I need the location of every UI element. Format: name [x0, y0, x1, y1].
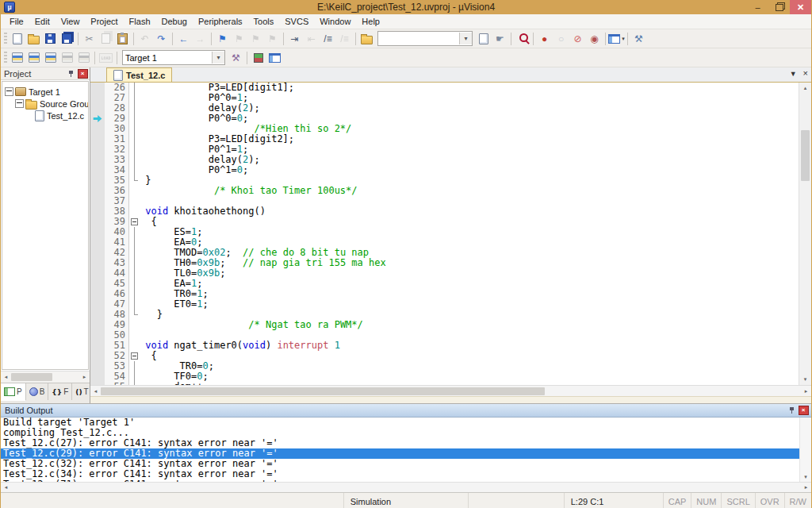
breakpoint-margin[interactable] — [90, 371, 105, 382]
fold-margin[interactable] — [129, 217, 140, 227]
code-editor[interactable]: 26 P3=LED[digit1];27 P0^0=1;28 delay(2);… — [90, 83, 799, 385]
kill-all-breakpoints-button[interactable]: ⊘ — [569, 31, 586, 47]
breakpoint-margin[interactable] — [90, 382, 105, 385]
editor-hscrollbar[interactable]: ◂ ▸ — [90, 385, 811, 396]
scroll-thumb[interactable] — [101, 387, 545, 395]
scroll-thumb[interactable] — [11, 373, 52, 381]
download-button[interactable]: LOAD — [98, 50, 114, 66]
breakpoint-margin[interactable] — [90, 114, 105, 124]
enable-breakpoint-button[interactable]: ○ — [553, 31, 569, 47]
window-layout-button[interactable]: ▾ — [608, 31, 625, 47]
expander-icon[interactable] — [15, 99, 24, 108]
breakpoint-margin[interactable] — [90, 206, 105, 217]
open-file-button[interactable] — [25, 31, 42, 47]
breakpoint-margin[interactable] — [90, 196, 105, 206]
breakpoint-margin[interactable] — [90, 310, 105, 320]
editor-vscrollbar[interactable]: ▴ ▾ — [799, 83, 811, 385]
breakpoint-margin[interactable] — [90, 299, 105, 310]
breakpoint-margin[interactable] — [90, 134, 105, 144]
breakpoint-margin[interactable] — [90, 351, 105, 361]
tab-functions[interactable]: {}F — [48, 383, 72, 400]
find-button[interactable] — [514, 31, 530, 47]
indent-left-button[interactable]: ⇤ — [303, 31, 320, 47]
build-button[interactable] — [25, 50, 42, 66]
tree-item-source-grou[interactable]: Source Grou — [2, 98, 88, 110]
rebuild-all-button[interactable] — [42, 50, 59, 66]
menu-window[interactable]: Window — [314, 14, 356, 29]
breakpoint-margin[interactable] — [90, 144, 105, 155]
stop-build-button[interactable] — [75, 50, 92, 66]
chevron-down-icon[interactable]: ▾ — [622, 36, 625, 42]
scroll-down-icon[interactable]: ▾ — [801, 472, 811, 482]
configure-editor-button[interactable] — [358, 31, 375, 47]
chevron-down-icon[interactable]: ▾ — [212, 52, 224, 64]
menu-file[interactable]: File — [4, 14, 29, 29]
breakpoint-margin[interactable] — [90, 248, 105, 258]
breakpoint-margin[interactable] — [90, 237, 105, 248]
pin-button[interactable] — [787, 406, 798, 416]
multi-project-button[interactable] — [266, 50, 283, 66]
next-bookmark-button[interactable]: ⚑ — [231, 31, 247, 47]
chevron-down-icon[interactable]: ▾ — [459, 33, 472, 44]
tab-templates[interactable]: ()T — [72, 383, 92, 400]
previous-bookmark-button[interactable]: ⚑ — [247, 31, 264, 47]
tree-item-test-12-c[interactable]: Test_12.c — [2, 110, 88, 121]
menu-project[interactable]: Project — [85, 14, 123, 29]
menu-svcs[interactable]: SVCS — [279, 14, 314, 29]
cut-button[interactable]: ✂ — [81, 31, 98, 47]
breakpoint-margin[interactable] — [90, 217, 105, 227]
comment-selection-button[interactable]: /≡ — [320, 31, 336, 47]
tab-books[interactable]: B — [26, 383, 49, 400]
insert-breakpoint-button[interactable]: ● — [536, 31, 553, 47]
project-hscrollbar[interactable]: ◂ ▸ — [1, 371, 90, 383]
translate-file-button[interactable] — [9, 50, 25, 66]
paste-button[interactable] — [114, 31, 131, 47]
target-select[interactable]: ▾ — [122, 50, 225, 65]
breakpoint-margin[interactable] — [90, 227, 105, 237]
undo-button[interactable]: ↶ — [136, 31, 153, 47]
menu-flash[interactable]: Flash — [124, 14, 156, 29]
pin-button[interactable] — [66, 68, 77, 79]
project-close-button[interactable] — [77, 68, 88, 79]
target-select-input[interactable] — [123, 52, 212, 63]
breakpoint-margin[interactable] — [90, 165, 105, 175]
copy-button[interactable] — [98, 31, 114, 47]
manage-rte-button[interactable] — [250, 50, 266, 66]
breakpoint-margin[interactable] — [90, 361, 105, 371]
scroll-left-icon[interactable]: ◂ — [90, 387, 101, 396]
tab-test-12-c[interactable]: Test_12.c — [106, 67, 172, 82]
save-all-button[interactable] — [59, 31, 75, 47]
menu-view[interactable]: View — [56, 14, 86, 29]
scroll-right-icon[interactable]: ▸ — [801, 387, 811, 396]
batch-build-button[interactable] — [59, 50, 75, 66]
panel-splitter[interactable] — [90, 396, 811, 403]
insert-bookmark-button[interactable]: ⚑ — [214, 31, 231, 47]
tab-list-dropdown-icon[interactable]: ▼ — [790, 70, 797, 78]
restore-button[interactable] — [768, 0, 790, 14]
navigate-forward-button[interactable]: → — [192, 31, 209, 47]
build-output-close-button[interactable] — [798, 406, 809, 416]
build-vscrollbar[interactable]: ▾ — [799, 418, 811, 482]
menu-peripherals[interactable]: Peripherals — [193, 14, 248, 29]
disable-all-breakpoints-button[interactable]: ◉ — [586, 31, 603, 47]
menu-debug[interactable]: Debug — [156, 14, 193, 29]
save-button[interactable] — [42, 31, 59, 47]
menu-edit[interactable]: Edit — [29, 14, 56, 29]
find-next-button[interactable] — [475, 31, 492, 47]
scroll-down-icon[interactable]: ▾ — [799, 374, 811, 385]
incremental-find-button[interactable]: ☛ — [492, 31, 508, 47]
tree-item-target-1[interactable]: Target 1 — [2, 86, 88, 98]
search-combo-input[interactable] — [378, 33, 459, 44]
breakpoint-margin[interactable] — [90, 93, 105, 103]
scroll-left-icon[interactable]: ◂ — [1, 483, 11, 492]
breakpoint-margin[interactable] — [90, 258, 105, 268]
tab-project[interactable]: P — [1, 383, 26, 401]
fold-margin[interactable] — [129, 351, 140, 361]
breakpoint-margin[interactable] — [90, 103, 105, 114]
breakpoint-margin[interactable] — [90, 279, 105, 289]
options-for-target-button[interactable]: ⚒ — [228, 50, 244, 66]
uncomment-selection-button[interactable]: /≡ — [336, 31, 353, 47]
tab-close-icon[interactable]: × — [803, 70, 808, 78]
breakpoint-margin[interactable] — [90, 175, 105, 186]
breakpoint-margin[interactable] — [90, 341, 105, 351]
